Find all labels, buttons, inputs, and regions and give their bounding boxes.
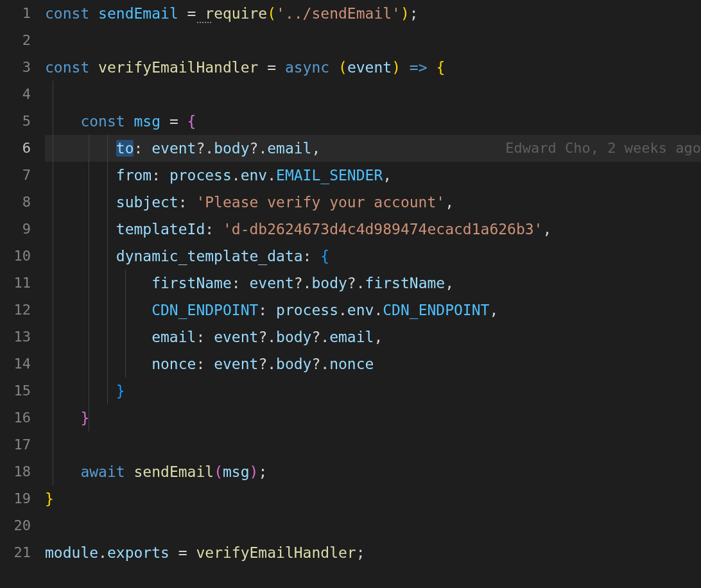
variable: verifyEmailHandler xyxy=(98,59,258,76)
comma: , xyxy=(489,302,498,318)
code-line[interactable]: const verifyEmailHandler = async (event)… xyxy=(45,54,701,81)
arrow: => xyxy=(401,59,436,76)
colon: : xyxy=(178,194,196,211)
line-number: 8 xyxy=(0,189,31,216)
line-number: 7 xyxy=(0,162,31,189)
code-line[interactable]: subject: 'Please verify your account', xyxy=(45,189,701,216)
brace-close: } xyxy=(45,490,54,507)
code-line[interactable]: const sendEmail = require('../sendEmail'… xyxy=(45,0,701,27)
function-call: require xyxy=(205,5,267,22)
variable: msg xyxy=(134,113,161,130)
identifier: verifyEmailHandler xyxy=(196,544,356,561)
code-line[interactable]: firstName: event?.body?.firstName, xyxy=(45,270,701,297)
identifier: nonce xyxy=(329,356,374,372)
code-line[interactable] xyxy=(45,431,701,458)
code-editor[interactable]: 1 2 3 4 5 6 7 8 9 10 11 12 13 14 15 16 1… xyxy=(0,0,701,588)
identifier: exports xyxy=(107,544,169,561)
line-number: 19 xyxy=(0,485,31,512)
identifier: env xyxy=(241,167,268,184)
brace-open: { xyxy=(436,59,445,76)
comma: , xyxy=(542,221,551,238)
identifier: body xyxy=(311,275,347,291)
dot: . xyxy=(232,167,241,184)
identifier: body xyxy=(276,329,311,345)
line-number: 14 xyxy=(0,350,31,377)
identifier: event xyxy=(151,140,196,157)
line-number: 16 xyxy=(0,404,31,431)
comma: , xyxy=(374,329,383,345)
semicolon: ; xyxy=(258,463,267,480)
line-number: 21 xyxy=(0,539,31,566)
colon: : xyxy=(205,221,223,238)
identifier: process xyxy=(276,302,338,318)
code-line[interactable]: from: process.env.EMAIL_SENDER, xyxy=(45,162,701,189)
line-number: 18 xyxy=(0,458,31,485)
optional-chain: ?. xyxy=(311,356,329,372)
colon: : xyxy=(303,248,321,264)
line-number: 10 xyxy=(0,243,31,270)
code-line[interactable]: } xyxy=(45,404,701,431)
identifier: email xyxy=(329,329,374,345)
code-line[interactable]: await sendEmail(msg); xyxy=(45,458,701,485)
git-blame-annotation: Edward Cho, 2 weeks ago xyxy=(505,135,701,162)
identifier: body xyxy=(276,356,311,372)
dot: . xyxy=(338,302,347,318)
operator: = xyxy=(160,113,187,130)
code-line[interactable]: } xyxy=(45,377,701,404)
colon: : xyxy=(196,356,214,372)
line-number: 11 xyxy=(0,270,31,297)
property: templateId xyxy=(116,221,205,238)
optional-chain: ?. xyxy=(294,275,312,291)
keyword-async: async xyxy=(285,59,329,76)
code-line[interactable]: CDN_ENDPOINT: process.env.CDN_ENDPOINT, xyxy=(45,297,701,324)
paren-close: ) xyxy=(250,463,259,480)
comma: , xyxy=(445,275,454,291)
colon: : xyxy=(196,329,214,345)
keyword-const: const xyxy=(45,5,89,22)
keyword-await: await xyxy=(80,463,125,480)
line-number: 15 xyxy=(0,377,31,404)
property: from xyxy=(116,167,151,184)
semicolon: ; xyxy=(356,544,365,561)
property: subject xyxy=(116,194,178,211)
optional-chain: ?. xyxy=(347,275,365,291)
blame-author: Edward Cho xyxy=(505,140,590,156)
parameter: event xyxy=(347,59,392,76)
variable: sendEmail xyxy=(98,5,178,22)
code-line[interactable] xyxy=(45,512,701,539)
code-line-current[interactable]: to: event?.body?.email,Edward Cho, 2 wee… xyxy=(45,135,701,162)
lint-hint-icon xyxy=(197,22,211,23)
code-area[interactable]: const sendEmail = require('../sendEmail'… xyxy=(45,0,701,588)
code-line[interactable]: nonce: event?.body?.nonce xyxy=(45,350,701,377)
keyword-const: const xyxy=(45,59,89,76)
brace-open: { xyxy=(187,113,196,130)
code-line[interactable] xyxy=(45,27,701,54)
paren-close: ) xyxy=(392,59,401,76)
code-line[interactable] xyxy=(45,81,701,108)
paren-open: ( xyxy=(338,59,347,76)
property: dynamic_template_data xyxy=(116,248,303,264)
code-line[interactable]: templateId: 'd-db2624673d4c4d989474ecacd… xyxy=(45,216,701,243)
line-number: 12 xyxy=(0,297,31,324)
line-number: 2 xyxy=(0,27,31,54)
identifier: module xyxy=(45,544,98,561)
code-line[interactable]: dynamic_template_data: { xyxy=(45,243,701,270)
code-line[interactable]: email: event?.body?.email, xyxy=(45,324,701,350)
identifier: body xyxy=(214,140,249,157)
property: nonce xyxy=(151,356,196,372)
keyword-const: const xyxy=(80,113,125,130)
identifier: email xyxy=(267,140,311,157)
string: 'd-db2624673d4c4d989474ecacd1a626b3' xyxy=(223,221,543,238)
colon: : xyxy=(232,275,250,291)
operator: = xyxy=(178,5,205,22)
line-number: 4 xyxy=(0,81,31,108)
code-line[interactable]: } xyxy=(45,485,701,512)
identifier: event xyxy=(214,329,258,345)
operator: = xyxy=(169,544,196,561)
identifier: msg xyxy=(223,463,250,480)
operator: = xyxy=(258,59,285,76)
code-line[interactable]: module.exports = verifyEmailHandler; xyxy=(45,539,701,566)
line-number: 5 xyxy=(0,108,31,135)
line-number: 1 xyxy=(0,0,31,27)
code-line[interactable]: const msg = { xyxy=(45,108,701,135)
